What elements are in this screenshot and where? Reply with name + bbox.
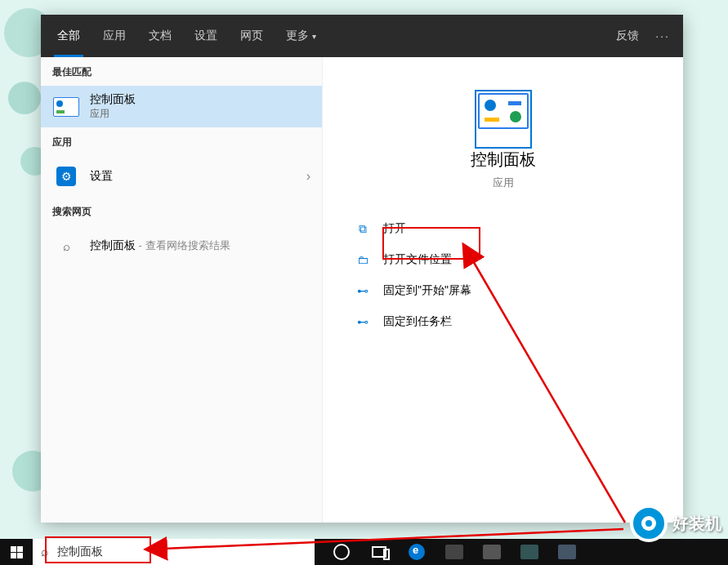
action-open[interactable]: ⧉ 打开 <box>339 213 683 244</box>
result-title: 控制面板 <box>90 92 136 107</box>
edge-button[interactable] <box>398 539 435 565</box>
section-best-match: 最佳匹配 <box>41 57 322 86</box>
tab-web[interactable]: 网页 <box>229 15 275 57</box>
action-pin-start-label: 固定到"开始"屏幕 <box>383 283 471 298</box>
app-icon <box>483 545 501 559</box>
search-icon: ⌕ <box>41 545 49 559</box>
app-icon <box>558 545 576 559</box>
pin-icon: ⊷ <box>355 284 370 297</box>
tabs-bar: 全部 应用 文档 设置 网页 更多 ▾ 反馈 ··· <box>41 15 683 57</box>
search-panel: 全部 应用 文档 设置 网页 更多 ▾ 反馈 ··· 最佳匹配 控制面板 应用 … <box>41 15 683 523</box>
open-icon: ⧉ <box>355 222 370 236</box>
tab-settings-label: 设置 <box>194 29 217 43</box>
folder-icon: 🗀 <box>355 253 370 266</box>
action-list: ⧉ 打开 🗀 打开文件位置 ⊷ 固定到"开始"屏幕 ⊷ 固定到任务栏 <box>323 213 683 337</box>
windows-icon <box>11 546 23 558</box>
watermark-text: 好装机 <box>672 513 721 535</box>
section-apps: 应用 <box>41 127 322 156</box>
chevron-down-icon: ▾ <box>312 32 316 41</box>
web-query: 控制面板 <box>90 238 136 251</box>
tab-settings[interactable]: 设置 <box>183 15 229 57</box>
tab-docs[interactable]: 文档 <box>137 15 183 57</box>
section-search-web: 搜索网页 <box>41 197 322 225</box>
tab-more[interactable]: 更多 ▾ <box>275 15 328 57</box>
taskbar-app-4[interactable] <box>548 539 586 565</box>
gear-icon-glyph: ⚙ <box>61 170 72 183</box>
watermark-logo-icon <box>630 505 668 542</box>
taskbar-app-1[interactable] <box>435 539 473 565</box>
app-icon <box>520 545 538 559</box>
settings-icon: ⚙ <box>52 162 80 190</box>
tab-web-label: 网页 <box>240 29 263 43</box>
more-options-button[interactable]: ··· <box>647 29 678 42</box>
searchbox-value: 控制面板 <box>57 545 103 559</box>
watermark: 好装机 <box>630 505 721 542</box>
result-settings-title: 设置 <box>90 169 113 184</box>
control-panel-icon <box>52 93 80 121</box>
taskbar-app-3[interactable] <box>511 539 548 565</box>
taskbar-app-2[interactable] <box>473 539 511 565</box>
preview-sub: 应用 <box>493 176 514 190</box>
tab-all[interactable]: 全部 <box>46 15 92 57</box>
chevron-right-icon: › <box>306 169 310 184</box>
result-web-search[interactable]: ⌕ 控制面板 - 查看网络搜索结果 <box>41 225 322 266</box>
feedback-button[interactable]: 反馈 <box>608 29 647 43</box>
preview-icon-frame <box>475 90 532 149</box>
action-open-location-label: 打开文件位置 <box>383 252 452 267</box>
tab-all-label: 全部 <box>57 29 80 43</box>
taskview-button[interactable] <box>360 539 398 565</box>
result-settings[interactable]: ⚙ 设置 › <box>41 156 322 197</box>
action-pin-taskbar[interactable]: ⊷ 固定到任务栏 <box>339 306 683 337</box>
action-pin-taskbar-label: 固定到任务栏 <box>383 314 452 329</box>
taskbar: ⌕ 控制面板 <box>0 539 728 565</box>
preview-column: 控制面板 应用 ⧉ 打开 🗀 打开文件位置 ⊷ 固定到"开始"屏幕 ⊷ 固定到任… <box>323 57 683 523</box>
tab-more-label: 更多 <box>286 29 309 43</box>
pin-icon: ⊷ <box>355 315 370 328</box>
tab-docs-label: 文档 <box>149 29 172 43</box>
result-control-panel[interactable]: 控制面板 应用 <box>41 86 322 127</box>
edge-icon <box>409 544 425 560</box>
tab-apps-label: 应用 <box>103 29 126 43</box>
action-open-location[interactable]: 🗀 打开文件位置 <box>339 244 683 275</box>
decorative-bg <box>8 82 41 114</box>
preview-title: 控制面板 <box>471 149 536 171</box>
cortana-icon <box>333 544 350 560</box>
results-column: 最佳匹配 控制面板 应用 应用 ⚙ 设置 › 搜索网页 ⌕ 控制面板 - 查看网… <box>41 57 323 523</box>
action-pin-start[interactable]: ⊷ 固定到"开始"屏幕 <box>339 275 683 306</box>
taskbar-searchbox[interactable]: ⌕ 控制面板 <box>33 539 315 565</box>
start-button[interactable] <box>0 539 33 565</box>
tab-apps[interactable]: 应用 <box>92 15 137 57</box>
web-suffix: - 查看网络搜索结果 <box>136 239 230 251</box>
result-sub: 应用 <box>90 107 136 121</box>
cortana-button[interactable] <box>323 539 360 565</box>
search-icon: ⌕ <box>52 232 80 260</box>
app-icon <box>445 545 463 559</box>
taskview-icon <box>372 546 386 558</box>
control-panel-preview-icon <box>478 93 529 129</box>
action-open-label: 打开 <box>383 221 406 236</box>
